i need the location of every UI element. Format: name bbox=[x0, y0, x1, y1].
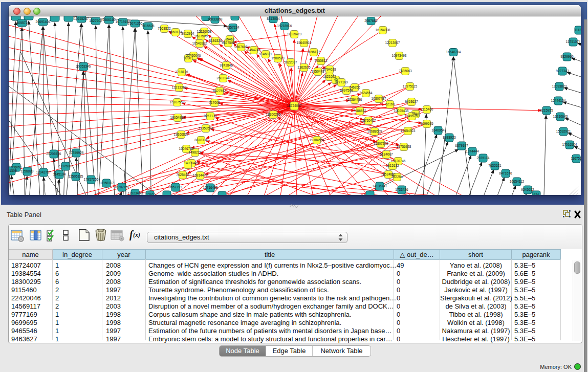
svg-text:9242848: 9242848 bbox=[220, 63, 233, 67]
svg-text:924: 924 bbox=[534, 193, 539, 195]
svg-text:8454749: 8454749 bbox=[247, 48, 260, 52]
svg-text:17359928: 17359928 bbox=[69, 151, 84, 155]
svg-text:5822037: 5822037 bbox=[284, 60, 297, 64]
svg-text:15640910: 15640910 bbox=[297, 41, 312, 45]
svg-text:19218506: 19218506 bbox=[277, 24, 292, 28]
svg-text:2935114: 2935114 bbox=[477, 156, 490, 160]
svg-text:7357224: 7357224 bbox=[226, 26, 239, 29]
svg-text:9329966: 9329966 bbox=[560, 55, 574, 58]
svg-text:8471676: 8471676 bbox=[499, 171, 512, 175]
svg-text:9527509: 9527509 bbox=[194, 34, 208, 38]
svg-text:1096127: 1096127 bbox=[307, 50, 320, 54]
svg-text:23975867: 23975867 bbox=[58, 164, 73, 168]
svg-text:9699695: 9699695 bbox=[420, 122, 433, 125]
svg-text:6879197: 6879197 bbox=[455, 144, 468, 147]
svg-text:15226058: 15226058 bbox=[197, 30, 212, 33]
svg-text:2718126: 2718126 bbox=[175, 70, 188, 74]
svg-text:12975115: 12975115 bbox=[403, 84, 418, 88]
svg-text:1588520: 1588520 bbox=[271, 56, 285, 60]
svg-text:16210643: 16210643 bbox=[553, 115, 568, 118]
svg-text:717006: 717006 bbox=[209, 101, 220, 104]
svg-text:15716485: 15716485 bbox=[203, 186, 218, 189]
svg-text:7632621: 7632621 bbox=[488, 164, 502, 167]
svg-text:7663822: 7663822 bbox=[158, 27, 171, 30]
svg-text:12444154: 12444154 bbox=[551, 99, 566, 102]
svg-text:252254: 252254 bbox=[391, 175, 403, 179]
svg-text:1950448: 1950448 bbox=[311, 70, 324, 73]
svg-text:8427552: 8427552 bbox=[213, 89, 226, 93]
svg-text:16914479: 16914479 bbox=[193, 173, 208, 177]
svg-text:9184067: 9184067 bbox=[380, 152, 393, 156]
svg-text:9245652: 9245652 bbox=[521, 188, 534, 191]
svg-text:7485063: 7485063 bbox=[399, 69, 412, 73]
svg-text:18300295: 18300295 bbox=[266, 113, 281, 116]
svg-text:10654112: 10654112 bbox=[510, 180, 525, 183]
svg-text:8215955: 8215955 bbox=[540, 108, 553, 112]
svg-text:20206576: 20206576 bbox=[47, 152, 61, 156]
svg-text:2603144: 2603144 bbox=[216, 76, 230, 80]
svg-text:2087682: 2087682 bbox=[364, 19, 378, 23]
svg-text:(x): (x) bbox=[133, 231, 140, 238]
svg-text:14099489: 14099489 bbox=[184, 161, 199, 165]
svg-text:8912954: 8912954 bbox=[181, 32, 194, 35]
svg-text:12505135: 12505135 bbox=[69, 174, 83, 178]
svg-text:10543382: 10543382 bbox=[192, 41, 207, 45]
svg-text:1527602: 1527602 bbox=[89, 19, 102, 23]
svg-text:2867608: 2867608 bbox=[234, 45, 248, 49]
svg-text:6497568: 6497568 bbox=[340, 89, 353, 92]
svg-text:10046766: 10046766 bbox=[179, 147, 194, 150]
svg-text:19166827: 19166827 bbox=[174, 133, 189, 136]
svg-text:6466160: 6466160 bbox=[102, 18, 116, 21]
svg-text:9527508: 9527508 bbox=[222, 41, 235, 45]
svg-text:15463: 15463 bbox=[225, 37, 234, 41]
svg-text:20053346: 20053346 bbox=[76, 64, 91, 68]
svg-text:8267130: 8267130 bbox=[204, 114, 217, 118]
svg-text:17016504: 17016504 bbox=[562, 143, 577, 146]
svg-text:1615132: 1615132 bbox=[386, 164, 399, 167]
svg-text:20364436: 20364436 bbox=[347, 98, 362, 101]
svg-text:7515526: 7515526 bbox=[141, 24, 155, 28]
svg-text:18724007: 18724007 bbox=[287, 104, 302, 107]
svg-text:15751074: 15751074 bbox=[566, 40, 581, 43]
svg-text:19384554: 19384554 bbox=[310, 138, 324, 142]
svg-text:6794028: 6794028 bbox=[323, 68, 336, 71]
svg-text:10688609: 10688609 bbox=[367, 129, 382, 133]
svg-text:8186328: 8186328 bbox=[209, 39, 222, 42]
svg-text:116753: 116753 bbox=[571, 157, 581, 160]
svg-text:8878334: 8878334 bbox=[194, 138, 208, 142]
svg-text:16107552: 16107552 bbox=[170, 100, 185, 104]
svg-text:16648784: 16648784 bbox=[446, 50, 461, 54]
svg-text:9777169: 9777169 bbox=[335, 80, 348, 84]
svg-text:62160: 62160 bbox=[385, 102, 395, 106]
svg-text:16495759: 16495759 bbox=[405, 114, 420, 118]
svg-text:10655287: 10655287 bbox=[74, 17, 89, 20]
svg-text:16782759: 16782759 bbox=[115, 185, 129, 189]
svg-text:8938923: 8938923 bbox=[443, 136, 456, 139]
svg-text:10807487: 10807487 bbox=[372, 97, 386, 100]
svg-text:7625402: 7625402 bbox=[176, 173, 189, 177]
svg-text:10958107: 10958107 bbox=[99, 181, 114, 185]
svg-text:391509: 391509 bbox=[9, 169, 17, 172]
svg-text:14055724: 14055724 bbox=[15, 21, 30, 25]
svg-text:11353594: 11353594 bbox=[199, 126, 213, 130]
svg-text:14136141: 14136141 bbox=[373, 184, 387, 188]
svg-text:19654923: 19654923 bbox=[401, 129, 416, 133]
svg-text:19756928: 19756928 bbox=[397, 145, 411, 148]
svg-text:15807249: 15807249 bbox=[374, 142, 388, 145]
svg-text:1498222: 1498222 bbox=[188, 150, 202, 154]
svg-text:1374444: 1374444 bbox=[466, 149, 479, 153]
svg-text:10025438: 10025438 bbox=[394, 109, 409, 113]
svg-text:1733426: 1733426 bbox=[395, 188, 408, 191]
svg-text:20691406: 20691406 bbox=[36, 20, 51, 24]
svg-text:12093873: 12093873 bbox=[552, 84, 567, 88]
svg-text:12942757: 12942757 bbox=[36, 170, 51, 174]
svg-text:16033809: 16033809 bbox=[208, 17, 223, 21]
svg-text:9463627: 9463627 bbox=[405, 100, 418, 103]
svg-text:16154808: 16154808 bbox=[376, 28, 390, 32]
svg-text:15720407: 15720407 bbox=[361, 119, 376, 122]
svg-text:635051: 635051 bbox=[11, 165, 22, 169]
svg-text:1156829: 1156829 bbox=[21, 169, 34, 173]
svg-text:10120746: 10120746 bbox=[391, 159, 406, 163]
svg-text:9657791: 9657791 bbox=[169, 185, 182, 189]
svg-text:11123: 11123 bbox=[574, 28, 581, 32]
